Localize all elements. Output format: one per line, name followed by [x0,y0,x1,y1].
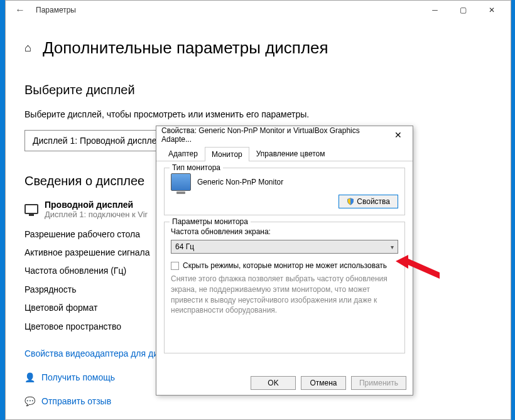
monitor-type-legend: Тип монитора [170,163,223,172]
monitor-type-group: Тип монитора Generic Non-PnP Monitor Сво… [164,168,405,215]
window-title: Параметры [30,6,421,14]
dialog-button-row: OK Отмена Применить [156,371,413,395]
close-button[interactable]: ✕ [477,1,506,19]
feedback-link[interactable]: 💬 Отправить отзыв [24,396,492,406]
hide-modes-label: Скрыть режимы, которые монитор не может … [183,261,387,270]
home-icon[interactable]: ⌂ [24,41,31,55]
monitor-properties-dialog: Свойства: Generic Non-PnP Monitor и Virt… [156,126,413,396]
chevron-down-icon: ▾ [391,244,394,250]
monitor-name: Generic Non-PnP Monitor [197,178,283,186]
hide-modes-hint: Снятие этого флажка позволяет выбрать ча… [171,274,398,316]
dialog-titlebar[interactable]: Свойства: Generic Non-PnP Monitor и Virt… [156,126,413,144]
monitor-properties-button[interactable]: Свойства [339,195,398,208]
tab-monitor[interactable]: Монитор [205,147,249,161]
tab-color-management[interactable]: Управление цветом [249,146,332,161]
dialog-close-button[interactable]: ✕ [389,130,408,140]
select-display-desc: Выберите дисплей, чтобы просмотреть или … [24,109,492,121]
minimize-button[interactable]: ─ [421,1,449,19]
ok-button[interactable]: OK [251,376,296,390]
feedback-icon: 💬 [24,396,35,406]
page-title: Дополнительные параметры дисплея [43,38,328,58]
display-name: Проводной дисплей [45,200,148,210]
refresh-rate-value: 64 Гц [175,242,194,251]
display-connection: Дисплей 1: подключен к Vir [45,210,148,219]
monitor-icon [24,204,38,214]
select-display-title: Выберите дисплей [24,83,492,97]
maximize-button[interactable]: ▢ [449,1,477,19]
tab-adapter[interactable]: Адаптер [161,146,205,161]
monitor-params-legend: Параметры монитора [170,217,251,226]
monitor-image-icon [171,173,191,191]
back-button[interactable]: ← [11,1,30,19]
refresh-rate-combo[interactable]: 64 Гц ▾ [171,240,398,254]
dialog-title: Свойства: Generic Non-PnP Monitor и Virt… [161,126,389,144]
monitor-params-group: Параметры монитора Частота обновления эк… [164,222,405,353]
help-icon: 👤 [24,372,35,382]
cancel-button[interactable]: Отмена [301,376,346,390]
hide-modes-checkbox[interactable] [171,262,179,270]
titlebar: ← Параметры ─ ▢ ✕ [6,1,511,19]
dialog-tabstrip: Адаптер Монитор Управление цветом [156,144,413,161]
shield-icon [347,198,354,205]
refresh-rate-label: Частота обновления экрана: [171,227,398,236]
apply-button[interactable]: Применить [351,376,406,390]
